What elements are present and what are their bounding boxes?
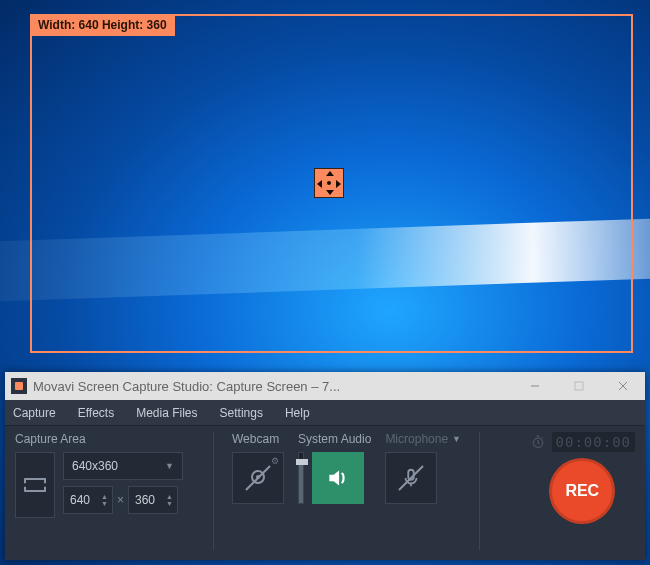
maximize-button[interactable] [557, 372, 601, 400]
close-button[interactable] [601, 372, 645, 400]
menubar: Capture Effects Media Files Settings Hel… [5, 400, 645, 426]
app-icon [11, 378, 27, 394]
volume-fill [299, 464, 303, 503]
times-icon: × [117, 493, 124, 507]
microphone-label[interactable]: Microphone ▼ [385, 432, 461, 446]
wallpaper-light [0, 219, 650, 302]
microphone-section: Microphone ▼ [385, 432, 461, 550]
menu-effects[interactable]: Effects [78, 406, 114, 420]
resolution-preset-select[interactable]: 640x360 ▼ [63, 452, 183, 480]
width-input[interactable]: 640 ▲▼ [63, 486, 113, 514]
gear-icon[interactable]: ⚙ [271, 456, 279, 466]
timer-display: 00:00:00 [552, 432, 635, 452]
titlebar[interactable]: Movavi Screen Capture Studio: Capture Sc… [5, 372, 645, 400]
system-audio-label: System Audio [298, 432, 371, 446]
width-stepper[interactable]: ▲▼ [101, 493, 108, 507]
desktop-background: Width: 640 Height: 360 Movavi Screen Cap… [0, 0, 650, 565]
menu-help[interactable]: Help [285, 406, 310, 420]
region-icon [24, 478, 46, 492]
webcam-label: Webcam [232, 432, 284, 446]
svg-rect-1 [575, 382, 583, 390]
system-audio-section: System Audio [298, 432, 371, 550]
height-value: 360 [135, 493, 155, 507]
menu-settings[interactable]: Settings [220, 406, 263, 420]
width-value: 640 [70, 493, 90, 507]
system-audio-toggle[interactable] [312, 452, 364, 504]
capture-area-label: Capture Area [15, 432, 195, 446]
clock-icon[interactable] [530, 434, 546, 450]
record-section: 00:00:00 REC [530, 432, 635, 550]
move-handle-icon[interactable] [314, 168, 344, 198]
divider [479, 432, 480, 550]
speaker-icon [325, 465, 351, 491]
app-window: Movavi Screen Capture Studio: Capture Sc… [5, 372, 645, 560]
menu-media-files[interactable]: Media Files [136, 406, 197, 420]
chevron-down-icon: ▼ [452, 434, 461, 444]
volume-thumb[interactable] [296, 459, 308, 465]
microphone-toggle[interactable] [385, 452, 437, 504]
webcam-section: Webcam ⚙ [232, 432, 284, 550]
height-input[interactable]: 360 ▲▼ [128, 486, 178, 514]
minimize-button[interactable] [513, 372, 557, 400]
capture-dimensions-label: Width: 640 Height: 360 [30, 14, 175, 36]
record-label: REC [565, 482, 599, 500]
capture-area-section: Capture Area 640x360 ▼ 640 ▲▼ [15, 432, 195, 550]
height-stepper[interactable]: ▲▼ [166, 493, 173, 507]
select-region-button[interactable] [15, 452, 55, 518]
webcam-toggle[interactable]: ⚙ [232, 452, 284, 504]
divider [213, 432, 214, 550]
menu-capture[interactable]: Capture [13, 406, 56, 420]
chevron-down-icon: ▼ [165, 461, 174, 471]
system-audio-volume-slider[interactable] [298, 452, 304, 504]
resolution-preset-value: 640x360 [72, 459, 118, 473]
window-title: Movavi Screen Capture Studio: Capture Sc… [33, 379, 513, 394]
record-button[interactable]: REC [549, 458, 615, 524]
controls-panel: Capture Area 640x360 ▼ 640 ▲▼ [5, 426, 645, 560]
